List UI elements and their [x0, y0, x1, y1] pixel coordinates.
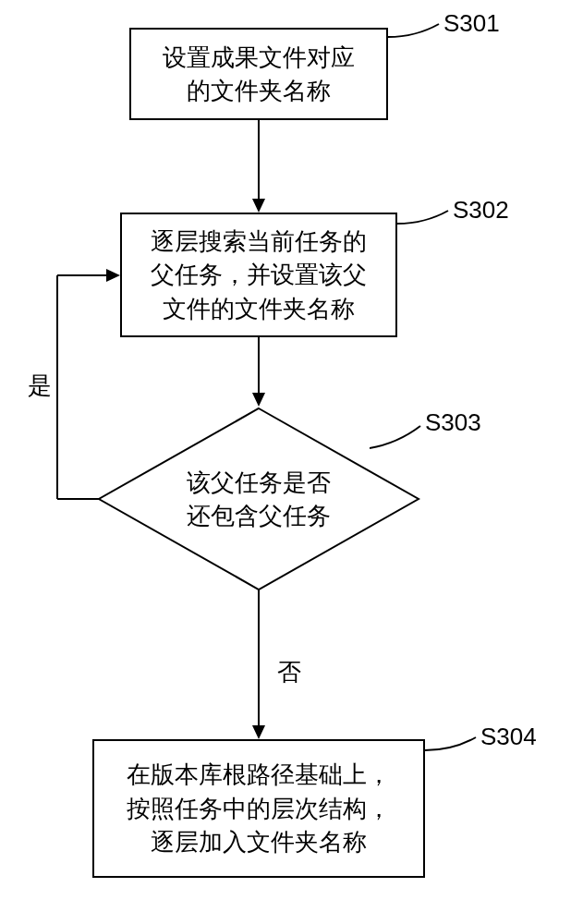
arrow-s303-s304: [249, 590, 268, 739]
svg-marker-3: [252, 393, 265, 407]
node-s302-text: 逐层搜索当前任务的 父任务，并设置该父 文件的文件夹名称: [151, 225, 367, 325]
edge-no: 否: [277, 656, 301, 688]
edge-yes: 是: [28, 370, 52, 402]
arrow-s301-s302: [249, 120, 268, 213]
label-s302: S302: [453, 196, 509, 225]
node-s301: 设置成果文件对应 的文件夹名称: [129, 28, 388, 120]
node-s302: 逐层搜索当前任务的 父任务，并设置该父 文件的文件夹名称: [120, 213, 397, 337]
flowchart-canvas: 设置成果文件对应 的文件夹名称 S301 逐层搜索当前任务的 父任务，并设置该父…: [0, 0, 583, 924]
label-s303: S303: [425, 408, 481, 437]
label-s301: S301: [443, 9, 500, 38]
svg-marker-1: [252, 199, 265, 213]
arrow-loop-yes: [46, 266, 129, 506]
node-s301-text: 设置成果文件对应 的文件夹名称: [163, 41, 355, 108]
svg-marker-10: [252, 725, 265, 739]
arrow-s302-s303: [249, 337, 268, 407]
svg-marker-8: [106, 269, 120, 282]
node-s304-text: 在版本库根路径基础上， 按照任务中的层次结构， 逐层加入文件夹名称: [127, 758, 391, 858]
label-s304: S304: [480, 723, 537, 751]
node-s303-text: 该父任务是否 还包含父任务: [187, 466, 331, 533]
node-s304: 在版本库根路径基础上， 按照任务中的层次结构， 逐层加入文件夹名称: [92, 739, 425, 878]
